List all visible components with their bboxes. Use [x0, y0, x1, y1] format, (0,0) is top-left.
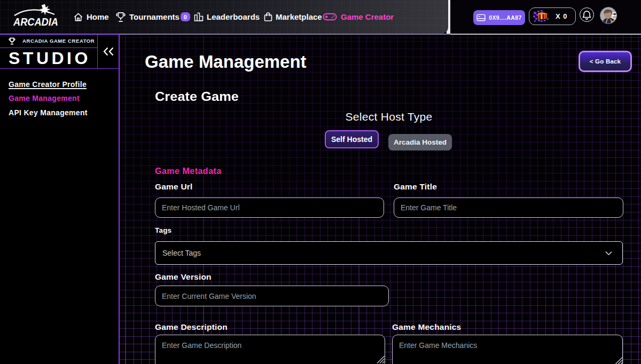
svg-text:ARCADIA: ARCADIA — [13, 16, 58, 28]
